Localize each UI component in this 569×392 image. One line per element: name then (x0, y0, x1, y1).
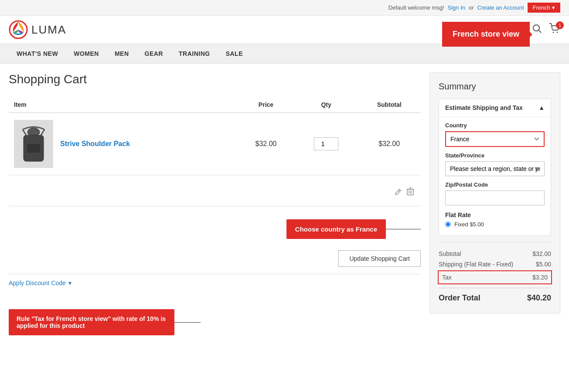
chevron-down-icon: ▾ (552, 4, 555, 11)
svg-line-11 (399, 190, 400, 191)
svg-point-4 (557, 32, 558, 33)
action-row (9, 175, 421, 206)
discount-label: Apply Discount Code (9, 280, 66, 286)
divider (439, 242, 551, 242)
logo-area: LUMA (9, 20, 66, 39)
header: LUMA French store view 1 (0, 16, 569, 44)
product-price: $32.00 (237, 113, 295, 175)
svg-point-1 (533, 25, 539, 31)
svg-point-3 (553, 32, 554, 33)
tax-row: Tax $3.20 (438, 270, 552, 284)
country-label: Country (445, 122, 545, 129)
table-row: Strive Shoulder Pack $32.00 $32.00 (9, 113, 421, 175)
main-content: Shopping Cart Item Price Qty Subtotal (0, 64, 569, 353)
cart-button[interactable]: 1 (549, 23, 560, 36)
action-icons (14, 182, 416, 199)
nav-item-women[interactable]: Women (66, 44, 107, 63)
cart-badge: 1 (556, 21, 564, 29)
nav-item-sale[interactable]: Sale (218, 44, 251, 63)
order-total-value: $40.20 (527, 293, 551, 303)
state-label: State/Province (445, 152, 545, 159)
top-bar: Default welcome msg! Sign In or Create a… (0, 0, 569, 16)
flat-rate-section: Flat Rate Fixed $5.00 (445, 211, 545, 228)
nav-item-training[interactable]: Training (171, 44, 218, 63)
col-price: Price (237, 97, 295, 113)
subtotal-label: Subtotal (439, 250, 461, 257)
shipping-label: Shipping (Flat Rate - Fixed) (439, 261, 513, 268)
signin-link[interactable]: Sign In (448, 4, 465, 11)
language-label: French (533, 4, 550, 11)
product-subtotal: $32.00 (358, 113, 421, 175)
state-select[interactable]: Please select a region, state or provi..… (445, 161, 545, 176)
delete-button[interactable] (405, 186, 416, 199)
collapse-icon: ▲ (538, 104, 545, 111)
zip-input[interactable] (445, 191, 545, 205)
subtotal-row: Subtotal $32.00 (439, 249, 551, 259)
zip-field: Zip/Postal Code (445, 181, 545, 205)
col-qty: Qty (295, 97, 358, 113)
shipping-value: $5.00 (536, 261, 551, 268)
estimate-shipping-section: Estimate Shipping and Tax ▲ Country Fran… (439, 99, 551, 236)
discount-section: Apply Discount Code ▾ (9, 274, 421, 292)
estimate-header[interactable]: Estimate Shipping and Tax ▲ (439, 99, 551, 116)
estimate-label: Estimate Shipping and Tax (445, 104, 523, 111)
summary-title: Summary (439, 82, 551, 92)
flat-rate-option-label: Fixed $5.00 (454, 221, 484, 228)
cart-actions: Update Shopping Cart (9, 243, 421, 274)
summary-panel: Summary Estimate Shipping and Tax ▲ Coun… (429, 72, 560, 314)
nav-item-men[interactable]: Men (107, 44, 137, 63)
welcome-msg: Default welcome msg! (388, 4, 444, 11)
logo-text: LUMA (31, 23, 66, 37)
cart-table: Item Price Qty Subtotal (9, 97, 421, 206)
tax-label: Tax (442, 274, 452, 281)
zip-label: Zip/Postal Code (445, 181, 545, 188)
edit-button[interactable] (393, 187, 403, 199)
page-title: Shopping Cart (9, 72, 421, 86)
order-total-row: Order Total $40.20 (439, 288, 551, 304)
svg-line-2 (538, 30, 541, 33)
product-cell: Strive Shoulder Pack (14, 120, 232, 168)
estimate-body: Country France United States United King… (439, 116, 551, 235)
flat-rate-option-row: Fixed $5.00 (445, 221, 545, 228)
edit-icon (395, 188, 402, 195)
country-select[interactable]: France United States United Kingdom (445, 131, 545, 147)
nav-item-whats-new[interactable]: What's New (9, 44, 66, 63)
order-total-label: Order Total (439, 293, 480, 303)
luma-logo-icon (9, 20, 28, 39)
tax-callout-area: Rule "Tax for French store view" with ra… (9, 309, 421, 335)
main-nav: What's New Women Men Gear Training Sale (0, 44, 569, 64)
quantity-input[interactable] (314, 137, 338, 150)
product-name[interactable]: Strive Shoulder Pack (60, 140, 130, 148)
french-store-view-tooltip: French store view (442, 22, 530, 47)
shipping-row: Shipping (Flat Rate - Fixed) $5.00 (439, 259, 551, 269)
trash-icon (407, 187, 414, 195)
tax-rule-callout: Rule "Tax for French store view" with ra… (9, 309, 174, 335)
flat-rate-radio[interactable] (445, 222, 451, 227)
flat-rate-label: Flat Rate (445, 211, 545, 218)
subtotal-value: $32.00 (532, 250, 551, 257)
tax-value: $3.20 (532, 274, 548, 281)
cart-section: Shopping Cart Item Price Qty Subtotal (9, 72, 421, 335)
discount-toggle-button[interactable]: Apply Discount Code ▾ (9, 280, 72, 286)
product-image (14, 120, 53, 168)
create-account-link[interactable]: Create an Account (477, 4, 524, 11)
country-field: Country France United States United King… (445, 122, 545, 147)
nav-item-gear[interactable]: Gear (137, 44, 171, 63)
update-cart-button[interactable]: Update Shopping Cart (338, 250, 421, 267)
col-item: Item (9, 97, 237, 113)
language-selector[interactable]: French ▾ (528, 3, 560, 13)
product-img-svg (14, 120, 53, 168)
state-field: State/Province Please select a region, s… (445, 152, 545, 176)
or-text: or (469, 4, 474, 11)
chevron-down-icon: ▾ (68, 280, 72, 286)
header-right: 1 (532, 23, 560, 36)
choose-country-callout: Choose country as France (286, 219, 386, 239)
svg-rect-8 (27, 144, 40, 153)
col-subtotal: Subtotal (358, 97, 421, 113)
